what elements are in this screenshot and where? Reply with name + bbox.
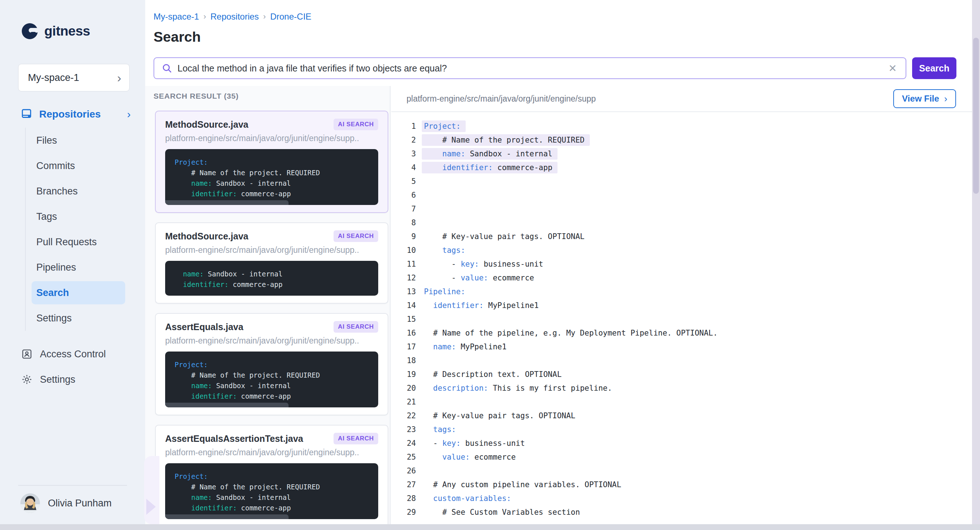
- line-content: identifier: MyPipeline1: [424, 301, 539, 310]
- clear-search-icon[interactable]: ✕: [887, 62, 898, 75]
- result-file-path: platform-engine/src/main/java/org/junit/…: [165, 133, 378, 143]
- ai-search-badge: AI SEARCH: [334, 321, 378, 333]
- sidebar: gitness My-space-1 › Repositories › File…: [0, 0, 145, 530]
- ai-search-badge: AI SEARCH: [334, 433, 378, 444]
- line-number: 26: [391, 467, 416, 475]
- view-file-label: View File: [902, 94, 939, 104]
- vertical-scrollbar-thumb[interactable]: [973, 38, 979, 194]
- user-profile[interactable]: Olivia Punham: [20, 494, 112, 513]
- line-content: - key: business-unit: [424, 260, 543, 268]
- file-viewer-panel: platform-engine/src/main/java/org/junit/…: [391, 86, 972, 524]
- gitness-logo[interactable]: gitness: [21, 22, 90, 40]
- code-snippet-line: Project:: [175, 157, 369, 168]
- line-content: # Name of the pipeline, e.g. My Deployme…: [424, 328, 718, 337]
- sidebar-item-pull-requests[interactable]: Pull Requests: [26, 229, 130, 255]
- code-line: 24 - key: business-unit: [391, 436, 972, 450]
- sidebar-item-tags[interactable]: Tags: [26, 204, 130, 229]
- result-card[interactable]: AssertEquals.javaAI SEARCHplatform-engin…: [155, 313, 388, 415]
- code-snippet-line: # Name of the project. REQUIRED: [175, 482, 369, 492]
- result-file-path: platform-engine/src/main/java/org/junit/…: [165, 245, 378, 255]
- code-line: 19 # Description text. OPTIONAL: [391, 368, 972, 381]
- code-line: 1Project:: [391, 119, 972, 133]
- sidebar-item-settings[interactable]: Settings: [21, 374, 75, 385]
- code-snippet-line: identifier: commerce-app: [175, 503, 369, 513]
- user-name: Olivia Punham: [48, 498, 112, 509]
- code-line: 25 value: ecommerce: [391, 450, 972, 464]
- line-content: tags:: [424, 246, 465, 255]
- ai-search-badge: AI SEARCH: [334, 230, 378, 242]
- file-viewer-header: platform-engine/src/main/java/org/junit/…: [391, 86, 972, 112]
- line-number: 7: [391, 205, 416, 213]
- sidebar-item-files[interactable]: Files: [26, 128, 130, 153]
- line-number: 8: [391, 218, 416, 227]
- access-control-icon: [21, 348, 33, 360]
- result-card-header: AssertEqualsAssertionTest.javaAI SEARCH: [165, 433, 378, 444]
- breadcrumb-link-space[interactable]: My-space-1: [154, 12, 199, 22]
- logo-wordmark: gitness: [44, 24, 90, 39]
- code-line: 18: [391, 354, 972, 368]
- sidebar-item-pipelines[interactable]: Pipelines: [26, 255, 130, 280]
- line-number: 24: [391, 439, 416, 447]
- line-number: 28: [391, 494, 416, 503]
- file-path: platform-engine/src/main/java/org/junit/…: [407, 94, 596, 104]
- search-button[interactable]: Search: [912, 57, 956, 79]
- line-number: 19: [391, 370, 416, 379]
- line-number: 29: [391, 508, 416, 517]
- snippet-hscrollbar-thumb[interactable]: [165, 514, 288, 519]
- line-number: 23: [391, 425, 416, 434]
- sidebar-item-label: Settings: [40, 374, 75, 385]
- result-file-path: platform-engine/src/main/java/org/junit/…: [165, 447, 378, 457]
- vertical-scrollbar[interactable]: [972, 0, 980, 524]
- gitness-logo-icon: [21, 22, 38, 40]
- code-line: 28 custom-variables:: [391, 492, 972, 505]
- repo-subnav: FilesCommitsBranchesTagsPull RequestsPip…: [25, 128, 130, 331]
- snippet-hscrollbar-thumb[interactable]: [165, 403, 288, 408]
- line-content: identifier: commerce-app: [424, 163, 557, 172]
- horizontal-scrollbar[interactable]: [0, 524, 980, 530]
- sidebar-item-repositories[interactable]: Repositories ›: [20, 108, 130, 121]
- breadcrumb-link-repositories[interactable]: Repositories: [210, 12, 259, 22]
- code-viewer: 1Project:2 # Name of the project. REQUIR…: [391, 112, 972, 519]
- code-snippet-line: identifier: commerce-app: [175, 189, 369, 199]
- sidebar-item-search[interactable]: Search: [32, 281, 125, 305]
- line-content: custom-variables:: [424, 494, 511, 503]
- sidebar-divider: [18, 485, 127, 486]
- code-line: 6: [391, 188, 972, 202]
- line-number: 27: [391, 480, 416, 489]
- breadcrumb: My-space-1 › Repositories › Drone-CIE: [154, 12, 312, 22]
- code-snippet-line: identifier: commerce-app: [175, 279, 369, 290]
- line-number: 13: [391, 287, 416, 296]
- results-count-header: SEARCH RESULT (35): [154, 92, 239, 100]
- snippet-hscrollbar-thumb[interactable]: [165, 200, 288, 205]
- line-content: # Name of the project. REQUIRED: [424, 136, 590, 144]
- result-card[interactable]: MethodSource.javaAI SEARCHplatform-engin…: [155, 222, 388, 304]
- line-number: 22: [391, 411, 416, 420]
- sidebar-item-commits[interactable]: Commits: [26, 153, 130, 178]
- code-line: 13Pipeline:: [391, 285, 972, 298]
- page-title: Search: [154, 29, 201, 45]
- result-file-name: MethodSource.java: [165, 119, 248, 130]
- sidebar-item-settings[interactable]: Settings: [26, 305, 130, 331]
- code-line: 4 identifier: commerce-app: [391, 161, 972, 175]
- code-line: 7: [391, 202, 972, 216]
- line-number: 4: [391, 163, 416, 172]
- search-results-panel: SEARCH RESULT (35) MethodSource.javaAI S…: [145, 86, 391, 524]
- search-input[interactable]: [178, 63, 887, 74]
- result-card[interactable]: AssertEqualsAssertionTest.javaAI SEARCHp…: [155, 425, 388, 524]
- sidebar-item-access-control[interactable]: Access Control: [21, 348, 106, 360]
- code-snippet-line: # Name of the project. REQUIRED: [175, 168, 369, 178]
- result-card[interactable]: MethodSource.javaAI SEARCHplatform-engin…: [155, 111, 388, 213]
- space-selector[interactable]: My-space-1 ›: [18, 64, 130, 91]
- results-peek-decoration: [144, 456, 159, 524]
- line-content: Pipeline:: [424, 287, 465, 296]
- line-content: value: ecommerce: [424, 453, 516, 462]
- line-number: 10: [391, 246, 416, 255]
- breadcrumb-link-repo[interactable]: Drone-CIE: [270, 12, 311, 22]
- sidebar-item-branches[interactable]: Branches: [26, 178, 130, 204]
- line-content: description: This is my first pipeline.: [424, 384, 612, 392]
- app-window: gitness My-space-1 › Repositories › File…: [0, 0, 980, 530]
- view-file-button[interactable]: View File ›: [893, 89, 956, 108]
- search-icon: [162, 63, 172, 74]
- result-card-header: AssertEquals.javaAI SEARCH: [165, 321, 378, 333]
- chevron-right-icon: ›: [944, 94, 947, 103]
